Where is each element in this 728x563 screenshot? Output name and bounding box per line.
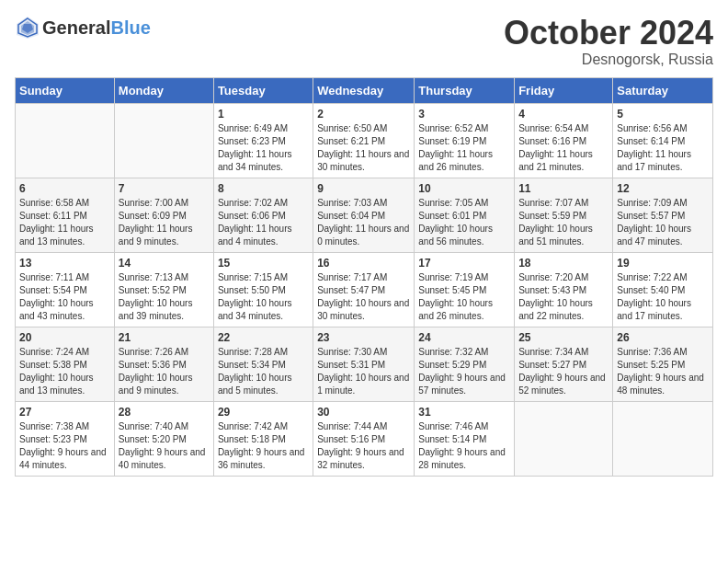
day-number: 12	[617, 182, 709, 195]
cell-w1-d3: 1Sunrise: 6:49 AMSunset: 6:23 PMDaylight…	[213, 103, 313, 178]
day-number: 13	[19, 257, 110, 270]
day-number: 24	[418, 331, 510, 344]
day-number: 11	[518, 182, 609, 195]
day-number: 18	[518, 257, 609, 270]
cell-w5-d4: 30Sunrise: 7:44 AMSunset: 5:16 PMDayligh…	[313, 401, 415, 476]
cell-w2-d3: 8Sunrise: 7:02 AMSunset: 6:06 PMDaylight…	[213, 178, 313, 252]
cell-w2-d6: 11Sunrise: 7:07 AMSunset: 5:59 PMDayligh…	[515, 178, 613, 252]
day-number: 15	[218, 257, 309, 270]
cell-w4-d1: 20Sunrise: 7:24 AMSunset: 5:38 PMDayligh…	[16, 327, 115, 401]
day-number: 19	[617, 257, 709, 270]
week-row-5: 27Sunrise: 7:38 AMSunset: 5:23 PMDayligh…	[16, 401, 713, 476]
day-info: Sunrise: 7:19 AMSunset: 5:45 PMDaylight:…	[418, 271, 510, 323]
cell-w4-d7: 26Sunrise: 7:36 AMSunset: 5:25 PMDayligh…	[613, 327, 713, 401]
day-info: Sunrise: 7:28 AMSunset: 5:34 PMDaylight:…	[218, 346, 309, 397]
day-info: Sunrise: 7:13 AMSunset: 5:52 PMDaylight:…	[119, 271, 210, 323]
day-info: Sunrise: 7:34 AMSunset: 5:27 PMDaylight:…	[518, 346, 609, 397]
cell-w3-d5: 17Sunrise: 7:19 AMSunset: 5:45 PMDayligh…	[415, 252, 515, 327]
cell-w4-d4: 23Sunrise: 7:30 AMSunset: 5:31 PMDayligh…	[313, 327, 415, 401]
day-number: 1	[218, 108, 309, 121]
page-header: GeneralBlue October 2024 Desnogorsk, Rus…	[15, 15, 713, 68]
day-info: Sunrise: 7:03 AMSunset: 6:04 PMDaylight:…	[317, 197, 410, 248]
cell-w3-d2: 14Sunrise: 7:13 AMSunset: 5:52 PMDayligh…	[114, 252, 213, 327]
day-number: 23	[317, 331, 410, 344]
cell-w4-d2: 21Sunrise: 7:26 AMSunset: 5:36 PMDayligh…	[114, 327, 213, 401]
cell-w4-d5: 24Sunrise: 7:32 AMSunset: 5:29 PMDayligh…	[415, 327, 515, 401]
week-row-1: 1Sunrise: 6:49 AMSunset: 6:23 PMDaylight…	[16, 103, 713, 178]
cell-w5-d5: 31Sunrise: 7:46 AMSunset: 5:14 PMDayligh…	[415, 401, 515, 476]
col-tuesday: Tuesday	[213, 77, 313, 103]
day-number: 27	[19, 406, 110, 419]
cell-w4-d3: 22Sunrise: 7:28 AMSunset: 5:34 PMDayligh…	[213, 327, 313, 401]
cell-w2-d7: 12Sunrise: 7:09 AMSunset: 5:57 PMDayligh…	[613, 178, 713, 252]
day-info: Sunrise: 7:15 AMSunset: 5:50 PMDaylight:…	[218, 271, 309, 323]
day-info: Sunrise: 7:22 AMSunset: 5:40 PMDaylight:…	[617, 271, 709, 323]
day-number: 14	[119, 257, 210, 270]
day-info: Sunrise: 7:36 AMSunset: 5:25 PMDaylight:…	[617, 346, 709, 397]
day-info: Sunrise: 7:17 AMSunset: 5:47 PMDaylight:…	[317, 271, 410, 323]
calendar-table: Sunday Monday Tuesday Wednesday Thursday…	[15, 77, 713, 477]
day-number: 21	[119, 331, 210, 344]
day-info: Sunrise: 7:00 AMSunset: 6:09 PMDaylight:…	[119, 197, 210, 248]
day-info: Sunrise: 7:11 AMSunset: 5:54 PMDaylight:…	[19, 271, 110, 323]
day-info: Sunrise: 7:44 AMSunset: 5:16 PMDaylight:…	[317, 420, 410, 472]
day-number: 4	[518, 108, 609, 121]
day-info: Sunrise: 7:05 AMSunset: 6:01 PMDaylight:…	[418, 197, 510, 248]
cell-w5-d2: 28Sunrise: 7:40 AMSunset: 5:20 PMDayligh…	[114, 401, 213, 476]
cell-w3-d1: 13Sunrise: 7:11 AMSunset: 5:54 PMDayligh…	[16, 252, 115, 327]
header-row: Sunday Monday Tuesday Wednesday Thursday…	[16, 77, 713, 103]
cell-w2-d5: 10Sunrise: 7:05 AMSunset: 6:01 PMDayligh…	[415, 178, 515, 252]
day-info: Sunrise: 6:58 AMSunset: 6:11 PMDaylight:…	[19, 197, 110, 248]
day-info: Sunrise: 7:46 AMSunset: 5:14 PMDaylight:…	[418, 420, 510, 472]
logo-general: General	[42, 17, 110, 38]
day-number: 22	[218, 331, 309, 344]
day-number: 7	[119, 182, 210, 195]
day-number: 29	[218, 406, 309, 419]
cell-w1-d7: 5Sunrise: 6:56 AMSunset: 6:14 PMDaylight…	[613, 103, 713, 178]
cell-w2-d1: 6Sunrise: 6:58 AMSunset: 6:11 PMDaylight…	[16, 178, 115, 252]
week-row-2: 6Sunrise: 6:58 AMSunset: 6:11 PMDaylight…	[16, 178, 713, 252]
day-number: 16	[317, 257, 410, 270]
day-info: Sunrise: 7:07 AMSunset: 5:59 PMDaylight:…	[518, 197, 609, 248]
month-year: October 2024	[504, 15, 713, 52]
day-info: Sunrise: 7:24 AMSunset: 5:38 PMDaylight:…	[19, 346, 110, 397]
cell-w4-d6: 25Sunrise: 7:34 AMSunset: 5:27 PMDayligh…	[515, 327, 613, 401]
week-row-4: 20Sunrise: 7:24 AMSunset: 5:38 PMDayligh…	[16, 327, 713, 401]
cell-w1-d6: 4Sunrise: 6:54 AMSunset: 6:16 PMDaylight…	[515, 103, 613, 178]
day-number: 9	[317, 182, 410, 195]
day-info: Sunrise: 7:42 AMSunset: 5:18 PMDaylight:…	[218, 420, 309, 472]
day-info: Sunrise: 7:40 AMSunset: 5:20 PMDaylight:…	[119, 420, 210, 472]
day-info: Sunrise: 6:54 AMSunset: 6:16 PMDaylight:…	[518, 122, 609, 174]
cell-w5-d3: 29Sunrise: 7:42 AMSunset: 5:18 PMDayligh…	[213, 401, 313, 476]
day-info: Sunrise: 7:20 AMSunset: 5:43 PMDaylight:…	[518, 271, 609, 323]
day-number: 30	[317, 406, 410, 419]
cell-w2-d4: 9Sunrise: 7:03 AMSunset: 6:04 PMDaylight…	[313, 178, 415, 252]
day-info: Sunrise: 6:49 AMSunset: 6:23 PMDaylight:…	[218, 122, 309, 174]
col-sunday: Sunday	[16, 77, 115, 103]
logo: GeneralBlue	[15, 15, 151, 40]
day-number: 28	[119, 406, 210, 419]
logo-blue: Blue	[110, 17, 150, 38]
cell-w5-d1: 27Sunrise: 7:38 AMSunset: 5:23 PMDayligh…	[16, 401, 115, 476]
day-number: 2	[317, 108, 410, 121]
cell-w1-d5: 3Sunrise: 6:52 AMSunset: 6:19 PMDaylight…	[415, 103, 515, 178]
day-number: 10	[418, 182, 510, 195]
day-number: 6	[19, 182, 110, 195]
day-number: 8	[218, 182, 309, 195]
day-number: 26	[617, 331, 709, 344]
day-number: 17	[418, 257, 510, 270]
logo-text: GeneralBlue	[42, 17, 151, 39]
cell-w3-d3: 15Sunrise: 7:15 AMSunset: 5:50 PMDayligh…	[213, 252, 313, 327]
day-number: 31	[418, 406, 510, 419]
day-number: 3	[418, 108, 510, 121]
col-friday: Friday	[515, 77, 613, 103]
col-monday: Monday	[114, 77, 213, 103]
cell-w3-d7: 19Sunrise: 7:22 AMSunset: 5:40 PMDayligh…	[613, 252, 713, 327]
day-number: 20	[19, 331, 110, 344]
day-number: 5	[617, 108, 709, 121]
cell-w5-d6	[515, 401, 613, 476]
cell-w2-d2: 7Sunrise: 7:00 AMSunset: 6:09 PMDaylight…	[114, 178, 213, 252]
month-title: October 2024 Desnogorsk, Russia	[504, 15, 713, 68]
cell-w1-d4: 2Sunrise: 6:50 AMSunset: 6:21 PMDaylight…	[313, 103, 415, 178]
cell-w1-d1	[16, 103, 115, 178]
